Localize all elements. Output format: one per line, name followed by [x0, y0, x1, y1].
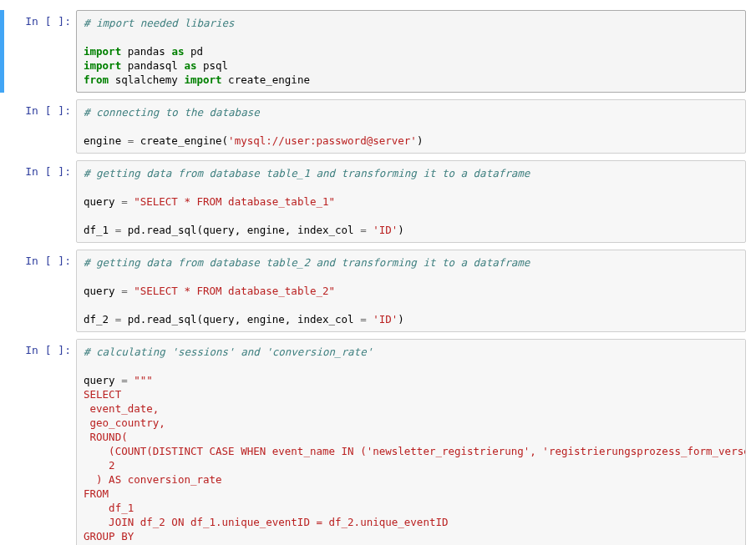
input-prompt: In [ ]:: [4, 339, 76, 545]
code-input[interactable]: # getting data from database table_1 and…: [76, 160, 746, 243]
prompt-label: In [ ]:: [25, 255, 71, 267]
code-token: as: [184, 59, 196, 72]
code-token: as: [171, 45, 184, 58]
code-token: query: [84, 374, 121, 386]
code-token: # import needed libaries: [84, 17, 235, 29]
input-prompt: In [ ]:: [4, 99, 76, 154]
code-token: (COUNT(DISTINCT CASE WHEN event_name IN …: [84, 445, 746, 457]
code-token: query: [84, 195, 121, 208]
code-token: import: [84, 59, 121, 72]
prompt-label: In [ ]:: [25, 15, 71, 28]
code-token: from: [84, 73, 109, 86]
code-token: GROUP BY: [84, 530, 134, 542]
code-token: "SELECT * FROM database_table_2": [134, 285, 335, 297]
prompt-label: In [ ]:: [25, 344, 71, 356]
code-token: ) AS conversion_rate: [84, 473, 222, 486]
code-token: pd: [184, 45, 203, 58]
code-input[interactable]: # import needed libaries import pandas a…: [76, 10, 746, 93]
code-token: # calculating 'sessions' and 'conversion…: [84, 346, 373, 358]
code-token: =: [121, 374, 128, 386]
code-token: create_engine(: [134, 134, 228, 147]
code-text[interactable]: # getting data from database table_1 and…: [84, 166, 738, 237]
code-token: # getting data from database table_1 and…: [84, 167, 530, 179]
code-cell[interactable]: In [ ]: # import needed libaries import …: [0, 10, 756, 93]
code-token: geo_country,: [84, 416, 165, 429]
code-cell[interactable]: In [ ]: # calculating 'sessions' and 'co…: [0, 339, 756, 545]
code-text[interactable]: # connecting to the database engine = cr…: [84, 105, 738, 148]
code-text[interactable]: # getting data from database table_2 and…: [84, 255, 738, 326]
code-cell[interactable]: In [ ]: # connecting to the database eng…: [0, 99, 756, 154]
code-token: 2: [84, 459, 115, 472]
code-cell[interactable]: In [ ]: # getting data from database tab…: [0, 250, 756, 332]
prompt-label: In [ ]:: [25, 104, 71, 117]
code-token: sqlalchemy: [109, 73, 184, 86]
code-token: psql: [196, 59, 228, 72]
code-input[interactable]: # calculating 'sessions' and 'conversion…: [76, 339, 746, 545]
code-token: ROUND(: [84, 431, 128, 443]
prompt-label: In [ ]:: [25, 165, 71, 178]
code-token: =: [360, 313, 367, 325]
code-token: import: [84, 45, 121, 58]
code-token: """: [134, 374, 153, 386]
code-token: =: [360, 224, 367, 236]
code-cell[interactable]: In [ ]: # getting data from database tab…: [0, 160, 756, 243]
code-token: JOIN df_2 ON df_1.unique_eventID = df_2.…: [84, 516, 449, 528]
code-token: # connecting to the database: [84, 106, 260, 119]
input-prompt: In [ ]:: [4, 160, 76, 243]
code-token: pandasql: [121, 59, 184, 72]
code-token: # getting data from database table_2 and…: [84, 256, 530, 269]
code-token: FROM: [84, 487, 109, 500]
code-token: query: [84, 285, 121, 297]
code-token: engine: [84, 134, 128, 147]
code-token: import: [184, 73, 221, 86]
code-token: pd.read_sql(query, engine, index_col: [121, 313, 360, 325]
code-token: 'mysql://user:password@server': [228, 134, 417, 147]
code-token: df_2: [84, 313, 115, 325]
code-input[interactable]: # getting data from database table_2 and…: [76, 250, 746, 332]
code-token: "SELECT * FROM database_table_1": [134, 195, 335, 208]
code-token: df_1: [84, 502, 134, 514]
input-prompt: In [ ]:: [4, 250, 76, 332]
code-token: df_1: [84, 224, 115, 236]
code-token: ): [398, 313, 404, 325]
code-token: 'ID': [373, 224, 398, 236]
code-token: 'ID': [373, 313, 398, 325]
code-token: event_date,: [84, 402, 159, 415]
code-token: ): [417, 134, 424, 147]
code-token: =: [121, 195, 128, 208]
code-token: create_engine: [222, 73, 310, 86]
code-token: =: [121, 285, 128, 297]
input-prompt: In [ ]:: [4, 10, 76, 93]
code-token: ): [398, 224, 404, 236]
code-token: pd.read_sql(query, engine, index_col: [121, 224, 360, 236]
code-text[interactable]: # import needed libaries import pandas a…: [84, 16, 738, 87]
code-token: SELECT: [84, 388, 121, 401]
code-input[interactable]: # connecting to the database engine = cr…: [76, 99, 746, 154]
code-token: pandas: [121, 45, 171, 58]
code-text[interactable]: # calculating 'sessions' and 'conversion…: [84, 345, 746, 545]
